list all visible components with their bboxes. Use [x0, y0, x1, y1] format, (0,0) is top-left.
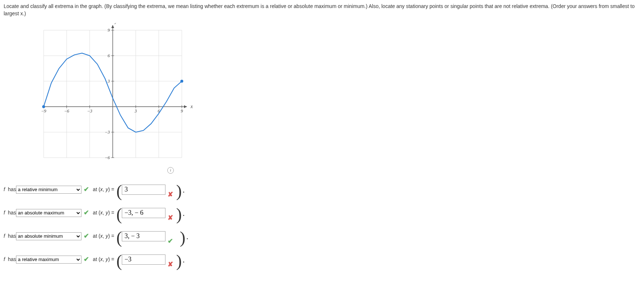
svg-point-41 [42, 105, 45, 108]
answer-row-3: f has a relative minimuma relative maxim… [4, 248, 640, 271]
question-text: Locate and classify all extrema in the g… [4, 3, 640, 17]
svg-marker-16 [111, 25, 114, 28]
f-has-label: f has [4, 233, 16, 240]
svg-text:3: 3 [107, 79, 110, 84]
at-label: at (x, y) = [93, 233, 114, 240]
svg-text:−3: −3 [87, 108, 92, 114]
period: . [183, 253, 185, 266]
svg-text:9: 9 [181, 108, 183, 114]
check-icon: ✔ [84, 232, 89, 241]
svg-text:6: 6 [108, 53, 110, 58]
svg-text:−6: −6 [64, 108, 69, 114]
graph: −9−6−3369−6−3369xy [29, 23, 640, 171]
question-body: Locate and classify all extrema in the g… [4, 3, 635, 16]
answer-row-1: f has a relative minimuma relative maxim… [4, 201, 640, 225]
svg-text:−6: −6 [105, 155, 110, 160]
x-icon: ✘ [168, 213, 173, 222]
answer-row-0: f has a relative minimuma relative maxim… [4, 178, 640, 201]
at-label: at (x, y) = [93, 186, 114, 193]
svg-point-42 [180, 80, 183, 83]
graph-svg: −9−6−3369−6−3369xy [29, 23, 196, 169]
svg-marker-15 [184, 105, 187, 108]
f-has-label: f has [4, 256, 16, 263]
answer-row-2: f has a relative minimuma relative maxim… [4, 225, 640, 248]
check-icon: ✔ [84, 208, 89, 217]
period: . [183, 207, 185, 219]
period: . [183, 183, 185, 196]
svg-text:y: y [114, 23, 117, 24]
coord-input[interactable] [122, 231, 165, 241]
classification-select[interactable]: a relative minimuma relative maximuman a… [16, 186, 81, 194]
f-has-label: f has [4, 186, 16, 193]
check-icon: ✔ [84, 185, 89, 194]
classification-select[interactable]: a relative minimuma relative maximuman a… [16, 232, 81, 240]
answers-block: f has a relative minimuma relative maxim… [4, 178, 640, 271]
info-icon[interactable]: i [167, 167, 174, 174]
coord-input[interactable] [122, 208, 165, 218]
at-label: at (x, y) = [93, 256, 114, 263]
x-icon: ✘ [168, 190, 173, 199]
period: . [186, 230, 189, 242]
svg-text:−3: −3 [105, 130, 110, 135]
svg-text:x: x [190, 104, 193, 109]
svg-text:3: 3 [134, 108, 137, 114]
check-icon: ✔ [84, 255, 89, 264]
x-icon: ✘ [168, 260, 173, 269]
coord-input[interactable] [122, 185, 165, 195]
check-icon: ✔ [168, 237, 173, 246]
f-has-label: f has [4, 209, 16, 217]
svg-text:9: 9 [108, 28, 110, 33]
coord-input[interactable] [122, 254, 165, 265]
classification-select[interactable]: a relative minimuma relative maximuman a… [16, 209, 81, 217]
classification-select[interactable]: a relative minimuma relative maximuman a… [16, 256, 81, 264]
at-label: at (x, y) = [93, 209, 114, 217]
svg-text:−9: −9 [41, 108, 46, 114]
